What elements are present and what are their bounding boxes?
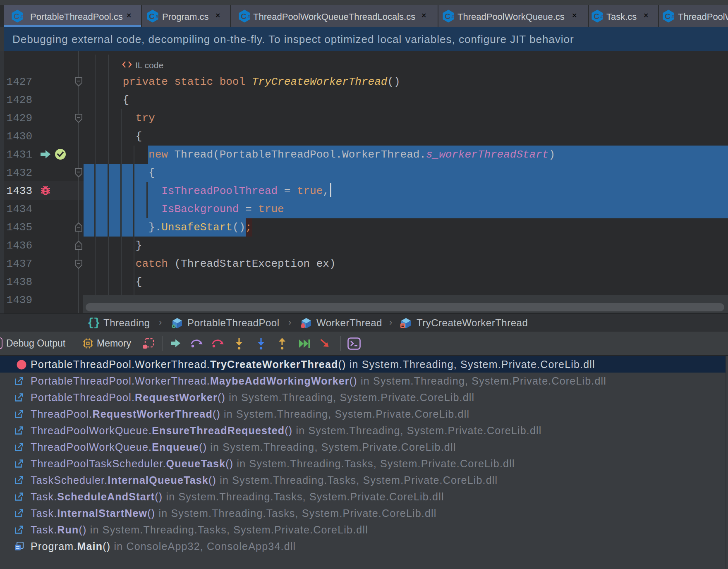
svg-text:#: # [672, 14, 674, 19]
svg-text:C: C [594, 12, 599, 21]
svg-text:#: # [156, 14, 158, 19]
svg-text:C: C [665, 12, 671, 21]
svg-text:C: C [241, 12, 247, 21]
svg-text:#: # [452, 14, 454, 19]
svg-text:C: C [445, 12, 450, 21]
svg-text:#: # [248, 14, 250, 19]
svg-text:#: # [21, 14, 23, 19]
svg-text:C: C [149, 12, 155, 21]
svg-text:#: # [601, 14, 603, 19]
svg-text:C: C [14, 12, 19, 21]
